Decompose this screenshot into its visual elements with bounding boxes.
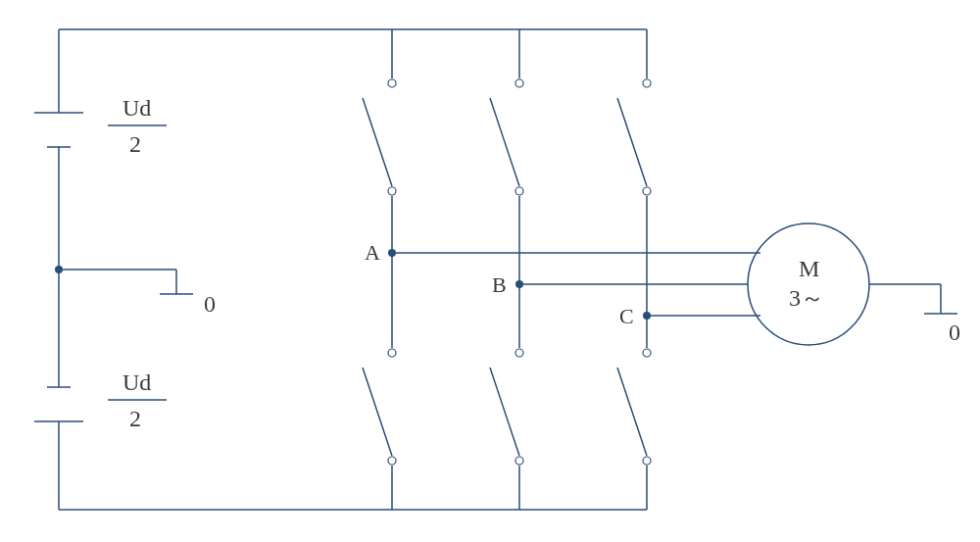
switch-b-lower-top-terminal bbox=[515, 349, 523, 357]
cap-bot-numerator: Ud bbox=[122, 370, 151, 395]
ground-right-label: 0 bbox=[949, 320, 960, 345]
cap-top-numerator: Ud bbox=[122, 95, 151, 121]
switch-a-lower-top-terminal bbox=[388, 349, 396, 357]
phase-wires bbox=[392, 253, 760, 316]
motor-label-m: M bbox=[799, 256, 819, 281]
switch-c-lower-top-terminal bbox=[643, 349, 651, 357]
cap-top-denominator: 2 bbox=[129, 131, 141, 157]
switch-b-upper-arm bbox=[490, 98, 519, 186]
switch-b-upper-bot-terminal bbox=[515, 187, 523, 195]
cap-bot-denominator: 2 bbox=[129, 406, 141, 431]
motor-label-phase: 3～ bbox=[789, 285, 824, 311]
switch-a-lower-bot-terminal bbox=[388, 457, 396, 465]
inverter-leg-a bbox=[363, 29, 396, 510]
inverter-leg-c bbox=[617, 29, 651, 510]
switch-c-lower-bot-terminal bbox=[643, 457, 651, 465]
phase-label-b: B bbox=[492, 272, 507, 297]
ground-left: 0 bbox=[59, 270, 216, 317]
switch-a-lower-arm bbox=[363, 368, 392, 456]
ground-right: 0 bbox=[869, 284, 960, 345]
svg-point-29 bbox=[748, 223, 869, 345]
phase-label-c: C bbox=[619, 304, 634, 328]
inverter-leg-b bbox=[490, 29, 523, 510]
switch-b-lower-bot-terminal bbox=[515, 457, 523, 465]
capacitor-top: Ud 2 bbox=[34, 95, 167, 157]
switch-a-upper-top-terminal bbox=[388, 79, 396, 87]
motor: M 3～ bbox=[748, 223, 869, 345]
switch-b-lower-arm bbox=[490, 368, 519, 456]
switch-c-upper-top-terminal bbox=[643, 79, 651, 87]
phase-label-a: A bbox=[365, 240, 380, 265]
capacitor-bottom: Ud 2 bbox=[34, 370, 167, 431]
ground-left-label: 0 bbox=[204, 291, 216, 317]
switch-c-upper-bot-terminal bbox=[643, 187, 651, 195]
switch-b-upper-top-terminal bbox=[515, 79, 523, 87]
switch-a-upper-bot-terminal bbox=[388, 187, 396, 195]
switch-c-upper-arm bbox=[617, 98, 647, 186]
switch-c-lower-arm bbox=[617, 368, 647, 456]
switch-a-upper-arm bbox=[363, 98, 392, 186]
